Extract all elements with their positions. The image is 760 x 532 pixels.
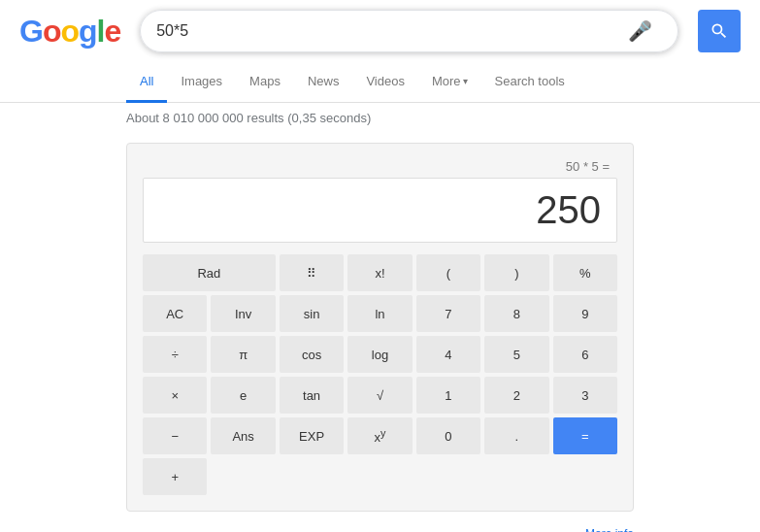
- calc-btn-4[interactable]: 4: [416, 336, 480, 373]
- tab-images[interactable]: Images: [167, 62, 236, 103]
- tab-search-tools[interactable]: Search tools: [481, 62, 578, 103]
- logo-g: G: [19, 14, 43, 49]
- calc-btn-0[interactable]: 0: [416, 417, 480, 454]
- tab-all[interactable]: All: [126, 62, 167, 103]
- calc-btn-ans[interactable]: Ans: [211, 417, 275, 454]
- logo-g2: g: [79, 14, 97, 49]
- logo-o2: o: [60, 14, 79, 49]
- calc-btn-equals[interactable]: =: [553, 417, 617, 454]
- calc-btn-6[interactable]: 6: [553, 336, 617, 373]
- calc-btn-2[interactable]: 2: [484, 377, 548, 414]
- calc-btn-add[interactable]: +: [143, 458, 207, 495]
- search-bar: 🎤: [140, 10, 678, 52]
- calc-btn-ln[interactable]: ln: [347, 295, 412, 332]
- search-icon: [710, 21, 729, 41]
- tab-news[interactable]: News: [294, 62, 353, 103]
- tab-more[interactable]: More ▾: [418, 62, 481, 103]
- calc-display: 250: [143, 178, 617, 243]
- header: Google 🎤: [0, 0, 760, 62]
- more-info-link[interactable]: More info: [585, 527, 634, 532]
- calc-btn-ac[interactable]: AC: [143, 295, 207, 332]
- calc-btn-dot[interactable]: .: [484, 417, 548, 454]
- results-count: About 8 010 000 000 results (0,35 second…: [0, 103, 760, 133]
- calc-btn-rad[interactable]: Rad: [143, 254, 276, 291]
- calc-btn-e[interactable]: e: [211, 377, 275, 414]
- calc-btn-8[interactable]: 8: [484, 295, 548, 332]
- calc-btn-subtract[interactable]: −: [143, 417, 207, 454]
- calc-btn-open-paren[interactable]: (: [416, 254, 480, 291]
- calc-btn-log[interactable]: log: [347, 336, 412, 373]
- calc-btn-grid[interactable]: ⠿: [280, 254, 344, 291]
- calc-grid: Rad ⠿ x! ( ) % AC Inv sin ln 7 8 9 ÷ π c…: [143, 254, 617, 495]
- logo-e: e: [104, 14, 120, 49]
- calculator: 50 * 5 = 250 Rad ⠿ x! ( ) % AC Inv sin l…: [126, 143, 634, 512]
- logo: Google: [19, 14, 120, 50]
- calc-btn-1[interactable]: 1: [416, 377, 480, 414]
- mic-icon[interactable]: 🎤: [628, 19, 652, 43]
- calc-btn-cos[interactable]: cos: [280, 336, 344, 373]
- calc-btn-9[interactable]: 9: [553, 295, 617, 332]
- calc-btn-multiply[interactable]: ×: [143, 377, 207, 414]
- calc-btn-divide[interactable]: ÷: [143, 336, 207, 373]
- tab-maps[interactable]: Maps: [236, 62, 294, 103]
- nav-tabs: All Images Maps News Videos More ▾ Searc…: [0, 62, 760, 103]
- more-info-section: More info: [0, 521, 760, 532]
- calc-btn-inv[interactable]: Inv: [211, 295, 275, 332]
- calc-btn-sqrt[interactable]: √: [347, 377, 412, 414]
- calc-btn-7[interactable]: 7: [416, 295, 480, 332]
- calc-btn-pi[interactable]: π: [211, 336, 275, 373]
- tab-videos[interactable]: Videos: [352, 62, 418, 103]
- calc-expression: 50 * 5 =: [143, 159, 617, 174]
- calc-btn-5[interactable]: 5: [484, 336, 548, 373]
- chevron-down-icon: ▾: [463, 76, 468, 86]
- search-button[interactable]: [698, 10, 741, 52]
- calc-btn-3[interactable]: 3: [553, 377, 617, 414]
- calc-btn-tan[interactable]: tan: [280, 377, 344, 414]
- logo-o1: o: [43, 14, 61, 49]
- calc-btn-close-paren[interactable]: ): [484, 254, 548, 291]
- calc-btn-percent[interactable]: %: [553, 254, 617, 291]
- search-input[interactable]: [156, 22, 628, 40]
- calc-btn-power[interactable]: xy: [347, 417, 412, 454]
- calc-btn-exp[interactable]: EXP: [280, 417, 344, 454]
- calc-btn-factorial[interactable]: x!: [347, 254, 412, 291]
- calc-btn-sin[interactable]: sin: [280, 295, 344, 332]
